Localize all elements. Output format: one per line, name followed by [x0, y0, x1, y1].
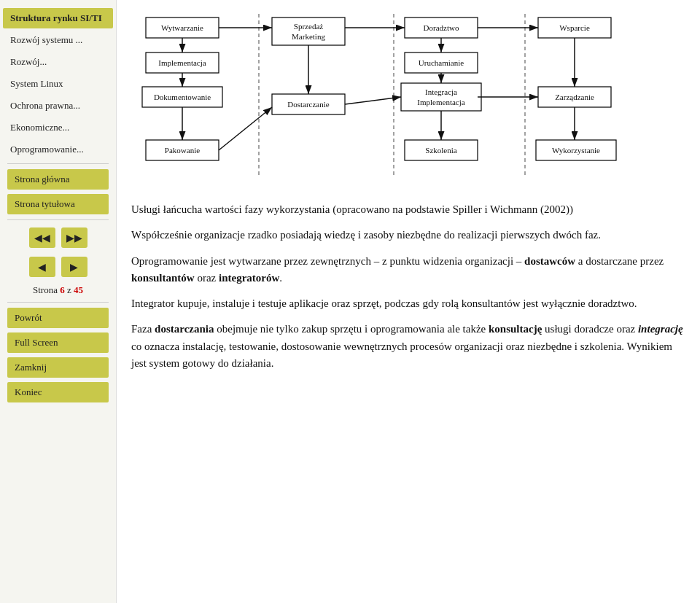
sidebar-item-ekonomiczne[interactable]: Ekonomiczne... — [3, 117, 113, 138]
diagram: Wytwarzanie Implementacja Dokumentowanie… — [131, 10, 685, 188]
svg-text:Uruchamianie: Uruchamianie — [419, 58, 464, 67]
svg-text:Integracja: Integracja — [425, 87, 457, 96]
divider-2 — [7, 219, 109, 220]
next-button[interactable]: ▶ — [61, 257, 88, 277]
powrot-button[interactable]: Powrót — [7, 308, 109, 328]
koniec-button[interactable]: Koniec — [7, 382, 109, 402]
sidebar-item-rozwoj-systemu[interactable]: Rozwój systemu ... — [3, 30, 113, 50]
sidebar: Struktura rynku SI/TI Rozwój systemu ...… — [0, 0, 117, 603]
sidebar-item-struktura[interactable]: Struktura rynku SI/TI — [3, 8, 113, 28]
sidebar-item-rozwoj[interactable]: Rozwój... — [3, 52, 113, 72]
paragraph-2: Współcześnie organizacje rzadko posiadaj… — [131, 227, 685, 244]
paragraph-4: Integrator kupuje, instaluje i testuje a… — [131, 295, 685, 312]
sidebar-item-ochrona[interactable]: Ochrona prawna... — [3, 96, 113, 116]
paragraph-5: Faza dostarczania obejmuje nie tylko zak… — [131, 321, 685, 372]
rewind-button[interactable]: ◀◀ — [29, 227, 55, 248]
main-content: Wytwarzanie Implementacja Dokumentowanie… — [117, 0, 700, 603]
strona-glowna-button[interactable]: Strona główna — [7, 169, 109, 190]
svg-text:Dokumentowanie: Dokumentowanie — [154, 93, 211, 101]
svg-text:Wytwarzanie: Wytwarzanie — [161, 23, 203, 32]
paragraph-1: Usługi łańcucha wartości fazy wykorzysta… — [131, 201, 685, 218]
svg-text:Implementacja: Implementacja — [158, 58, 206, 67]
svg-text:Pakowanie: Pakowanie — [165, 146, 200, 155]
content-area: Usługi łańcucha wartości fazy wykorzysta… — [131, 201, 685, 372]
sidebar-item-oprogramowanie[interactable]: Oprogramowanie... — [3, 139, 113, 160]
svg-text:Wsparcie: Wsparcie — [559, 23, 590, 32]
svg-text:Sprzedaż: Sprzedaż — [294, 22, 323, 31]
svg-text:Szkolenia: Szkolenia — [425, 146, 456, 155]
svg-text:Wykorzystanie: Wykorzystanie — [552, 146, 600, 155]
page-current: 6 — [60, 284, 65, 295]
svg-line-35 — [345, 97, 401, 104]
paragraph-3: Oprogramowanie jest wytwarzane przez zew… — [131, 253, 685, 287]
svg-text:Marketing: Marketing — [292, 32, 325, 41]
svg-text:Doradztwo: Doradztwo — [424, 23, 459, 32]
fast-forward-button[interactable]: ▶▶ — [61, 227, 88, 248]
page-info: Strona 6 z 45 — [0, 281, 116, 299]
svg-line-22 — [219, 107, 272, 150]
svg-text:Dostarczanie: Dostarczanie — [287, 100, 330, 109]
page-total: 45 — [74, 284, 83, 295]
zamknij-button[interactable]: Zamknij — [7, 357, 109, 378]
page-label: Strona — [33, 284, 58, 295]
svg-text:Zarządzanie: Zarządzanie — [555, 93, 594, 101]
divider-3 — [7, 302, 109, 303]
prev-button[interactable]: ◀ — [29, 257, 55, 277]
page-of: z — [67, 284, 71, 295]
nav-controls-bottom: ◀ ▶ — [0, 252, 116, 281]
full-screen-button[interactable]: Full Screen — [7, 332, 109, 353]
svg-text:Implementacja: Implementacja — [417, 98, 464, 106]
divider-1 — [7, 163, 109, 164]
sidebar-item-system-linux[interactable]: System Linux — [3, 74, 113, 94]
nav-controls-top: ◀◀ ▶▶ — [0, 223, 116, 252]
strona-tytulowa-button[interactable]: Strona tytułowa — [7, 194, 109, 214]
